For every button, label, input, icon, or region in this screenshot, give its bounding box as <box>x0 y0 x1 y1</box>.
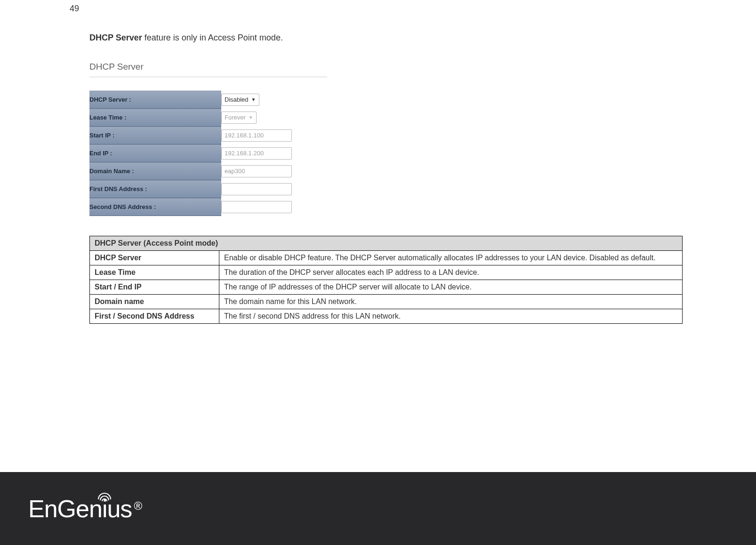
registered-mark: ® <box>134 499 142 513</box>
first-dns-input[interactable] <box>221 183 292 195</box>
label-first-dns: First DNS Address : <box>89 180 221 198</box>
label-dhcp-server: DHCP Server : <box>89 91 221 109</box>
chevron-down-icon: ▼ <box>246 115 253 120</box>
page-content: DHCP Server feature is only in Access Po… <box>0 0 756 324</box>
desc-row-domain-name: Domain name The domain name for this LAN… <box>90 295 683 309</box>
dhcp-server-select-value: Disabled <box>225 96 249 103</box>
desc-row-start-end-ip: Start / End IP The range of IP addresses… <box>90 280 683 295</box>
page-footer: EnGen i us ® <box>0 472 756 545</box>
desc-name: First / Second DNS Address <box>90 309 219 324</box>
row-second-dns: Second DNS Address : <box>89 198 315 216</box>
engenius-logo: EnGen i us ® <box>28 495 142 523</box>
end-ip-input <box>221 147 292 160</box>
logo-text-left: EnGen <box>28 495 102 523</box>
second-dns-input[interactable] <box>221 201 292 213</box>
label-lease-time: Lease Time : <box>89 109 221 127</box>
logo-i: i <box>102 495 107 523</box>
desc-row-lease-time: Lease Time The duration of the DHCP serv… <box>90 265 683 280</box>
desc-name: Domain name <box>90 295 219 309</box>
label-end-ip: End IP : <box>89 144 221 162</box>
panel-divider <box>89 77 327 77</box>
row-start-ip: Start IP : <box>89 127 315 144</box>
row-dhcp-server: DHCP Server : Disabled ▼ <box>89 91 315 109</box>
panel-title: DHCP Server <box>89 62 685 72</box>
row-end-ip: End IP : <box>89 144 315 162</box>
lease-time-select-value: Forever <box>225 114 246 121</box>
desc-text: The duration of the DHCP server allocate… <box>219 265 683 280</box>
row-lease-time: Lease Time : Forever ▼ <box>89 109 315 127</box>
domain-name-input <box>221 165 292 177</box>
desc-name: Start / End IP <box>90 280 219 295</box>
desc-text: The range of IP addresses of the DHCP se… <box>219 280 683 295</box>
page-number: 49 <box>70 4 79 14</box>
desc-header-row: DHCP Server (Access Point mode) <box>90 236 683 251</box>
row-first-dns: First DNS Address : <box>89 180 315 198</box>
description-table: DHCP Server (Access Point mode) DHCP Ser… <box>89 236 683 324</box>
label-start-ip: Start IP : <box>89 127 221 144</box>
intro-text: DHCP Server feature is only in Access Po… <box>89 33 685 43</box>
desc-text: The first / second DNS address for this … <box>219 309 683 324</box>
desc-text: Enable or disable DHCP feature. The DHCP… <box>219 251 683 265</box>
label-second-dns: Second DNS Address : <box>89 198 221 216</box>
desc-text: The domain name for this LAN network. <box>219 295 683 309</box>
dhcp-server-select[interactable]: Disabled ▼ <box>221 94 259 106</box>
wifi-icon <box>97 492 113 501</box>
dhcp-config-table: DHCP Server : Disabled ▼ Lease Time : Fo… <box>89 90 315 216</box>
row-domain-name: Domain Name : <box>89 162 315 180</box>
chevron-down-icon: ▼ <box>249 97 256 102</box>
desc-name: DHCP Server <box>90 251 219 265</box>
start-ip-input <box>221 129 292 142</box>
intro-strong: DHCP Server <box>89 33 142 42</box>
desc-row-dns-address: First / Second DNS Address The first / s… <box>90 309 683 324</box>
lease-time-select: Forever ▼ <box>221 112 257 124</box>
label-domain-name: Domain Name : <box>89 162 221 180</box>
desc-name: Lease Time <box>90 265 219 280</box>
desc-row-dhcp-server: DHCP Server Enable or disable DHCP featu… <box>90 251 683 265</box>
desc-header: DHCP Server (Access Point mode) <box>90 236 683 251</box>
intro-rest: feature is only in Access Point mode. <box>142 33 283 42</box>
